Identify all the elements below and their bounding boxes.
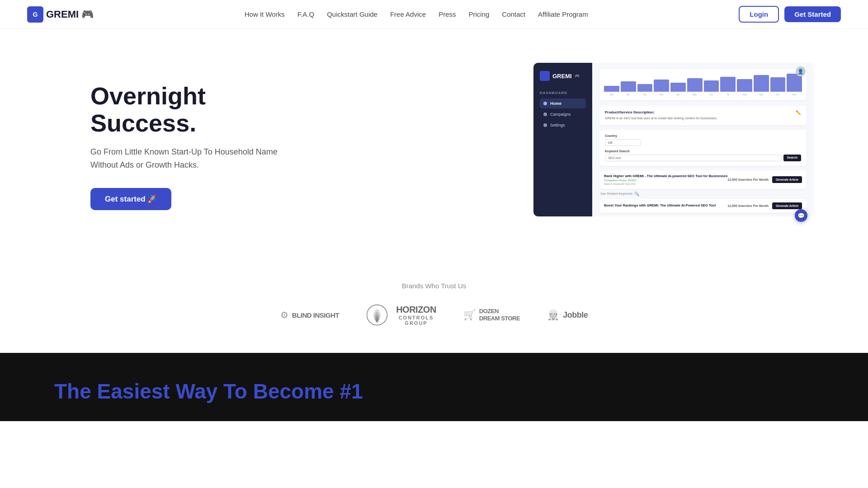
description-title: Product/Service Description: (605, 110, 717, 114)
result-row-2: Boost Your Rankings with GREMI: The Ulti… (599, 199, 807, 213)
country-select[interactable]: US (605, 139, 641, 146)
nav-item-pricing[interactable]: Pricing (468, 10, 489, 19)
blind-insight-icon: ⚙ (280, 310, 288, 320)
chart-label-0: Dec (604, 93, 619, 96)
sidebar-logo-text: GREMI (552, 73, 572, 80)
navbar: G GREMI 🎮 How It Works F.A.Q Quickstart … (0, 0, 868, 29)
nav-item-contact[interactable]: Contact (502, 10, 525, 19)
sidebar-nav-campaigns-label: Campaigns (550, 112, 571, 117)
nav-item-faq[interactable]: F.A.Q (297, 10, 315, 19)
chart-label-1: Jan (621, 93, 636, 96)
related-keywords-row[interactable]: See Related Keywords 🔍 (599, 192, 807, 196)
login-button[interactable]: Login (739, 6, 779, 23)
keyword-search-button[interactable]: Search (783, 155, 801, 161)
result-stat-2: 12,500 Searches Per Month (727, 204, 769, 207)
brand-dozen-dream: 🛒 DOZEN DREAM STORE (463, 308, 520, 322)
result-competition-1: Competition Score: 25/500 (604, 179, 727, 182)
nav-dot-settings (543, 123, 547, 127)
chat-bubble[interactable]: 💬 (795, 209, 807, 222)
dream-text: DREAM STORE (479, 315, 520, 322)
chart-bar-4 (670, 83, 686, 92)
horizon-icon (366, 304, 388, 326)
chart-bar-11 (787, 74, 802, 92)
generate-article-button-1[interactable]: Generate Article (772, 176, 802, 183)
chart-label-8: Aug (737, 93, 752, 96)
nav-item-free-advice[interactable]: Free Advice (390, 10, 426, 19)
sidebar-section-label: DASHBOARD (540, 91, 586, 95)
sidebar-nav-campaigns[interactable]: Campaigns (540, 109, 586, 119)
chart-bar-10 (770, 77, 786, 92)
brands-title: Brands Who Trust Us (27, 282, 841, 290)
nav-item-affiliate[interactable]: Affiliate Program (538, 10, 588, 19)
chart-bar-5 (687, 78, 703, 92)
dozen-dream-icon: 🛒 (463, 309, 476, 321)
keyword-input[interactable]: SEO tool (605, 155, 782, 161)
generate-article-button-2[interactable]: Generate Article (772, 202, 802, 209)
chart-label-11: Nov (787, 93, 802, 96)
horizon-sub-text: CONTROLS (399, 315, 434, 320)
dozen-dream-text-block: DOZEN DREAM STORE (479, 308, 520, 322)
get-started-button[interactable]: Get Started (784, 6, 841, 22)
hero-title: Overnight Success. (90, 83, 280, 136)
edit-icon[interactable]: ✏️ (796, 110, 801, 115)
chart-bar-0 (604, 86, 619, 92)
bottom-dark-section: The Easiest Way To Become #1 (0, 353, 868, 421)
logo[interactable]: G GREMI 🎮 (27, 6, 94, 23)
chart-label-3: Mar (654, 93, 669, 96)
logo-icon: G (27, 6, 43, 23)
mockup-container: 👤 GREMI 🎮 DASHBOARD Home Campaigns (533, 63, 814, 230)
mockup-sidebar: GREMI 🎮 DASHBOARD Home Campaigns Setting… (533, 63, 592, 216)
description-content: Product/Service Description: GREMI is an… (605, 110, 717, 121)
hero-section: Overnight Success. Go From Little Known … (0, 29, 868, 264)
result-title-2: Boost Your Rankings with GREMI: The Ulti… (604, 203, 727, 207)
nav-item-press[interactable]: Press (439, 10, 456, 19)
chart-bar-8 (737, 79, 752, 92)
sidebar-nav-settings-label: Settings (550, 123, 565, 127)
sidebar-nav-home[interactable]: Home (540, 99, 586, 108)
chart-label-6: Jun (704, 93, 719, 96)
search-row: SEO tool Search (605, 155, 801, 161)
brand-horizon: HORIZON CONTROLS GROUP (366, 304, 436, 326)
chart-labels: DecJanFebMarAprMayJunJulAugSepOctNov (604, 93, 802, 96)
nav-item-quickstart[interactable]: Quickstart Guide (327, 10, 377, 19)
result-row-1: Rank Higher with GREMI - The Ultimate AI… (599, 170, 807, 189)
hero-subtitle: Go From Little Known Start-Up To Househo… (90, 145, 280, 172)
chart-label-9: Sep (754, 93, 769, 96)
description-text: GREMI is an SEO tool that uses ai to cre… (605, 116, 717, 121)
nav-links: How It Works F.A.Q Quickstart Guide Free… (245, 10, 588, 19)
brand-jobble: 👷 Jobble (547, 309, 588, 321)
sidebar-nav-settings[interactable]: Settings (540, 120, 586, 130)
nav-dot-home (543, 102, 547, 105)
mockup-search-box: Country US Keyword Search SEO tool Searc… (599, 130, 807, 166)
chart-label-5: May (687, 93, 703, 96)
mockup-chart: DecJanFebMarAprMayJunJulAugSepOctNov (599, 69, 807, 100)
result-stat-1: 12,500 Searches Per Month (727, 178, 769, 181)
hero-cta-button[interactable]: Get started 🚀 (90, 188, 171, 210)
chart-label-10: Oct (770, 93, 786, 96)
sidebar-logo-emoji: 🎮 (575, 74, 580, 78)
brands-section: Brands Who Trust Us ⚙ BLIND INSIGHT HORI… (0, 264, 868, 353)
result-info-2: Boost Your Rankings with GREMI: The Ulti… (604, 203, 727, 208)
chart-bars (604, 74, 802, 92)
mockup-main-content: DecJanFebMarAprMayJunJulAugSepOctNov Pro… (592, 63, 814, 216)
nav-dot-campaigns (543, 113, 547, 116)
sidebar-logo-icon (540, 71, 550, 81)
keyword-label: Keyword Search (605, 150, 801, 153)
horizon-group-text: GROUP (405, 320, 427, 326)
nav-item-how-it-works[interactable]: How It Works (245, 10, 285, 19)
bottom-title-part1: The Easiest Way To Become (54, 380, 334, 403)
related-search-icon: 🔍 (634, 192, 639, 196)
chat-icon: 💬 (797, 212, 805, 219)
brand-blind-insight: ⚙ BLIND INSIGHT (280, 310, 339, 320)
chart-label-2: Feb (637, 93, 653, 96)
result-keyword-1: Search Keyword: Seo Info (604, 183, 727, 185)
mockup-avatar: 👤 (796, 66, 806, 76)
hero-mockup: 👤 GREMI 🎮 DASHBOARD Home Campaigns (533, 63, 814, 230)
chart-bar-3 (654, 80, 669, 92)
logo-emoji: 🎮 (81, 9, 94, 20)
bottom-title: The Easiest Way To Become #1 (54, 380, 814, 403)
chart-label-4: Apr (670, 93, 686, 96)
chart-bar-9 (754, 75, 769, 92)
mockup-description-box: Product/Service Description: GREMI is an… (599, 106, 807, 125)
brands-logos: ⚙ BLIND INSIGHT HORIZON CONTROLS GROUP 🛒 (27, 304, 841, 326)
